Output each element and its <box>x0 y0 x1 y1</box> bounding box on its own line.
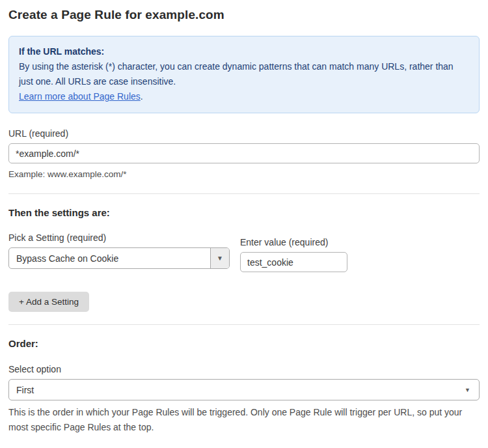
order-select-value: First <box>16 385 34 395</box>
info-box-link-line: Learn more about Page Rules. <box>19 89 469 104</box>
order-helper-text: This is the order in which your Page Rul… <box>8 405 480 435</box>
order-select[interactable]: First ▼ <box>8 379 480 400</box>
divider <box>8 193 480 194</box>
settings-section-heading: Then the settings are: <box>8 207 480 218</box>
url-helper-text: Example: www.example.com/* <box>8 167 480 181</box>
order-section-heading: Order: <box>8 338 480 349</box>
info-box-heading: If the URL matches: <box>19 44 469 59</box>
page-title: Create a Page Rule for example.com <box>8 0 480 22</box>
add-setting-button[interactable]: + Add a Setting <box>8 292 89 312</box>
url-field-label: URL (required) <box>8 128 480 139</box>
url-match-info-box: If the URL matches: By using the asteris… <box>8 36 480 113</box>
settings-row: Pick a Setting (required) Bypass Cache o… <box>8 218 480 272</box>
dropdown-arrow-button[interactable]: ▼ <box>210 248 229 268</box>
link-suffix: . <box>141 91 143 102</box>
info-box-body: By using the asterisk (*) character, you… <box>19 59 469 89</box>
learn-more-link[interactable]: Learn more about Page Rules <box>19 91 141 102</box>
chevron-down-icon: ▼ <box>217 255 223 262</box>
order-select-label: Select option <box>8 364 480 374</box>
setting-value-column: Enter value (required) <box>240 223 347 272</box>
divider <box>8 324 480 325</box>
chevron-down-icon: ▼ <box>465 387 470 393</box>
setting-value-label: Enter value (required) <box>240 237 347 247</box>
setting-dropdown-value: Bypass Cache on Cookie <box>9 248 210 268</box>
setting-dropdown[interactable]: Bypass Cache on Cookie ▼ <box>8 247 230 269</box>
setting-value-input[interactable] <box>240 252 347 272</box>
url-input[interactable] <box>8 143 480 163</box>
setting-picker-column: Pick a Setting (required) Bypass Cache o… <box>8 218 230 269</box>
setting-picker-label: Pick a Setting (required) <box>8 232 230 243</box>
page-rule-form: Create a Page Rule for example.com If th… <box>0 0 488 448</box>
